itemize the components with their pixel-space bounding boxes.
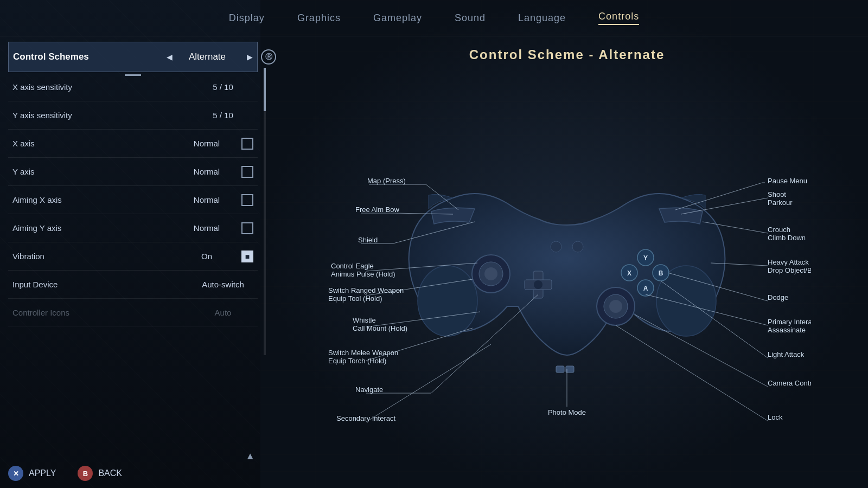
- label-equip-tool: Equip Tool (Hold): [328, 294, 382, 303]
- label-climb-down: Climb Down: [768, 234, 806, 242]
- svg-rect-0: [556, 366, 564, 373]
- controller-diagram-panel: Control Scheme - Alternate: [266, 36, 868, 488]
- main-content: Control Schemes ◀ Alternate ▶ Ⓡ X axis s…: [0, 36, 868, 488]
- nav-display[interactable]: Display: [229, 12, 265, 24]
- control-schemes-value: Alternate: [177, 52, 242, 62]
- left-stick-thumb: [484, 267, 497, 280]
- controller-icons-row: Controller Icons Auto: [8, 299, 258, 327]
- aiming-x-axis-checkbox[interactable]: [241, 194, 253, 206]
- apply-x-icon: ✕: [8, 466, 23, 481]
- photo-mode-icon: [556, 366, 574, 373]
- label-pause-menu: Pause Menu: [768, 177, 807, 185]
- label-map-press: Map (Press): [367, 177, 406, 185]
- label-call-mount: Call Mount (Hold): [353, 324, 407, 332]
- y-axis-sensitivity-value: 5 / 10: [193, 111, 258, 120]
- menu-btn-right: [572, 241, 583, 252]
- aiming-y-axis-row[interactable]: Aiming Y axis Normal: [8, 214, 258, 242]
- scheme-title: Control Scheme - Alternate: [469, 47, 665, 62]
- label-heavy-attack: Heavy Attack: [768, 258, 809, 266]
- aiming-x-axis-label: Aiming X axis: [8, 195, 176, 204]
- top-navigation: Display Graphics Gameplay Sound Language…: [0, 0, 868, 36]
- button-y-label: Y: [643, 254, 648, 262]
- nav-gameplay[interactable]: Gameplay: [373, 12, 422, 24]
- input-device-row[interactable]: Input Device Auto-switch: [8, 271, 258, 299]
- y-axis-sensitivity-label: Y axis sensitivity: [8, 111, 193, 120]
- nav-graphics[interactable]: Graphics: [297, 12, 341, 24]
- scheme-right-arrow[interactable]: ▶: [242, 49, 257, 65]
- label-free-aim: Free Aim Bow: [355, 206, 400, 214]
- menu-btn-left: [551, 241, 561, 252]
- x-axis-sensitivity-value: 5 / 10: [193, 82, 258, 92]
- y-axis-checkbox[interactable]: [241, 166, 253, 178]
- label-shoot: Shoot: [768, 190, 786, 198]
- label-secondary-interact: Secondary Interact: [336, 414, 396, 422]
- right-bumper: [659, 208, 703, 224]
- back-button[interactable]: B BACK: [78, 466, 122, 481]
- button-a-label: A: [643, 285, 648, 292]
- vibration-checkbox[interactable]: ■: [241, 251, 253, 262]
- controller-icons-label: Controller Icons: [8, 308, 193, 317]
- lock-line: [616, 325, 768, 421]
- left-bumper: [431, 208, 475, 224]
- checkbox-check-icon: ■: [245, 252, 250, 261]
- scheme-left-arrow[interactable]: ◀: [162, 49, 177, 65]
- aiming-x-axis-row[interactable]: Aiming X axis Normal: [8, 186, 258, 214]
- back-label: BACK: [98, 468, 122, 478]
- vibration-row[interactable]: Vibration On ■: [8, 242, 258, 271]
- right-stick-thumb: [609, 300, 622, 313]
- aiming-y-axis-label: Aiming Y axis: [8, 223, 176, 233]
- x-axis-sensitivity-row[interactable]: X axis sensitivity 5 / 10: [8, 73, 258, 101]
- control-schemes-row[interactable]: Control Schemes ◀ Alternate ▶ Ⓡ: [8, 42, 258, 72]
- label-crouch: Crouch: [768, 226, 790, 234]
- label-lock: Lock: [768, 413, 783, 421]
- button-b-label: B: [659, 269, 663, 277]
- label-parkour: Parkour: [768, 198, 793, 207]
- label-equip-torch: Equip Torch (Hold): [328, 357, 386, 365]
- y-axis-row[interactable]: Y axis Normal: [8, 158, 258, 186]
- controller-diagram: Y X B A: [323, 79, 811, 458]
- control-schemes-label: Control Schemes: [9, 52, 156, 62]
- x-axis-row[interactable]: X axis Normal: [8, 130, 258, 158]
- back-icon-label: B: [83, 470, 88, 478]
- settings-panel: Control Schemes ◀ Alternate ▶ Ⓡ X axis s…: [0, 36, 266, 488]
- y-axis-value: Normal: [176, 167, 241, 176]
- label-primary-interact: Primary Interact: [768, 318, 811, 326]
- apply-icon-label: ✕: [13, 470, 19, 478]
- x-axis-value: Normal: [176, 139, 241, 148]
- label-camera-control: Camera Control: [768, 379, 811, 387]
- scroll-up-arrow[interactable]: ▲: [245, 451, 255, 462]
- label-photo-mode: Photo Mode: [548, 408, 586, 416]
- label-navigate: Navigate: [355, 386, 383, 394]
- label-switch-ranged: Switch Ranged Weapon: [328, 286, 404, 294]
- label-whistle: Whistle: [353, 316, 376, 324]
- nav-language[interactable]: Language: [518, 12, 566, 24]
- y-axis-sensitivity-row[interactable]: Y axis sensitivity 5 / 10: [8, 101, 258, 130]
- vibration-label: Vibration: [8, 252, 176, 261]
- x-axis-sensitivity-label: X axis sensitivity: [8, 82, 193, 92]
- back-b-icon: B: [78, 466, 93, 481]
- nav-controls[interactable]: Controls: [598, 11, 639, 25]
- apply-label: APPLY: [29, 468, 56, 478]
- aiming-y-axis-checkbox[interactable]: [241, 222, 253, 234]
- controller-icons-value: Auto: [193, 308, 258, 317]
- nav-sound[interactable]: Sound: [455, 12, 486, 24]
- left-grip: [418, 266, 477, 336]
- y-axis-label: Y axis: [8, 167, 176, 176]
- x-axis-checkbox[interactable]: [241, 138, 253, 150]
- label-drop-object: Drop Object/Body: [768, 266, 811, 274]
- apply-button[interactable]: ✕ APPLY: [8, 466, 56, 481]
- label-shield: Shield: [358, 236, 378, 244]
- vibration-value: On: [176, 252, 241, 261]
- label-dodge: Dodge: [768, 293, 788, 301]
- dpad-center: [534, 280, 542, 289]
- label-assassinate: Assassinate: [768, 326, 806, 334]
- aiming-x-axis-value: Normal: [176, 195, 241, 204]
- x-axis-label: X axis: [8, 139, 176, 148]
- label-control-eagle: Control Eagle: [331, 262, 374, 270]
- label-animus: Animus Pulse (Hold): [331, 270, 395, 278]
- aiming-y-axis-value: Normal: [176, 223, 241, 233]
- bottom-buttons: ✕ APPLY B BACK: [8, 466, 122, 481]
- label-switch-melee: Switch Melee Weapon: [328, 349, 398, 357]
- input-device-value: Auto-switch: [193, 280, 258, 289]
- input-device-label: Input Device: [8, 280, 193, 289]
